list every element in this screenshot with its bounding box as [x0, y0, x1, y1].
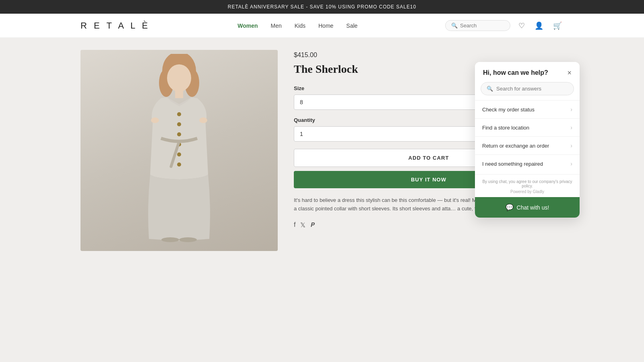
svg-point-3: [167, 64, 191, 92]
chat-search-icon: 🔍: [487, 86, 493, 92]
product-page: $415.00 The Sherlock Size Quantity ADD T…: [0, 38, 644, 339]
announcement-bar: RETALÈ ANNIVERSARY SALE - SAVE 10% USING…: [0, 0, 644, 14]
chat-menu-repair[interactable]: I need something repaired ›: [475, 154, 580, 173]
svg-rect-4: [175, 90, 183, 98]
search-icon: 🔍: [451, 23, 458, 29]
social-share: f 𝕏 𝙋: [294, 221, 564, 229]
chevron-right-icon: ›: [570, 142, 572, 149]
chat-widget: Hi, how can we help? × 🔍 Check my order …: [475, 62, 580, 218]
product-image: [80, 50, 278, 251]
svg-point-12: [199, 117, 207, 123]
main-nav: Women Men Kids Home Sale: [237, 23, 357, 29]
wishlist-button[interactable]: ♡: [517, 20, 526, 32]
chat-cta-label: Chat with us!: [517, 204, 549, 211]
chevron-right-icon: ›: [570, 106, 572, 113]
chat-menu-store-location[interactable]: Find a store location ›: [475, 118, 580, 136]
chat-bubble-icon: 💬: [506, 204, 514, 211]
twitter-icon[interactable]: 𝕏: [300, 221, 305, 229]
nav-kids[interactable]: Kids: [295, 23, 305, 29]
account-button[interactable]: 👤: [533, 20, 545, 32]
chat-close-button[interactable]: ×: [567, 69, 572, 76]
svg-point-6: [177, 122, 181, 126]
svg-point-14: [179, 237, 197, 242]
chat-footer: By using chat, you agree to our company'…: [475, 174, 580, 197]
cart-button[interactable]: 🛒: [551, 20, 564, 32]
facebook-icon[interactable]: f: [294, 221, 295, 229]
chat-menu-return-exchange[interactable]: Return or exchange an order ›: [475, 136, 580, 154]
site-header: R E T A L È Women Men Kids Home Sale 🔍 ♡…: [0, 14, 644, 38]
svg-point-10: [177, 162, 181, 167]
nav-women[interactable]: Women: [237, 23, 258, 29]
svg-point-7: [177, 132, 181, 136]
pinterest-icon[interactable]: 𝙋: [310, 221, 314, 229]
chat-search-box[interactable]: 🔍: [481, 82, 574, 95]
svg-point-5: [177, 112, 181, 116]
site-logo[interactable]: R E T A L È: [80, 21, 150, 31]
chat-privacy-text: By using chat, you agree to our company'…: [482, 179, 572, 188]
chat-with-us-button[interactable]: 💬 Chat with us!: [475, 197, 580, 218]
chat-header: Hi, how can we help? ×: [475, 62, 580, 82]
chat-search-input[interactable]: [496, 86, 568, 92]
header-search[interactable]: 🔍: [445, 20, 510, 31]
chat-menu-order-status[interactable]: Check my order status ›: [475, 100, 580, 118]
chat-title: Hi, how can we help?: [483, 69, 548, 76]
product-price: $415.00: [294, 51, 564, 59]
dress-illustration: [123, 54, 235, 247]
chevron-right-icon: ›: [570, 160, 572, 167]
nav-sale[interactable]: Sale: [346, 23, 357, 29]
svg-point-11: [151, 117, 159, 123]
announcement-text: RETALÈ ANNIVERSARY SALE - SAVE 10% USING…: [228, 4, 416, 10]
svg-point-9: [177, 152, 181, 156]
header-icons: 🔍 ♡ 👤 🛒: [445, 20, 564, 32]
product-image-container: [80, 50, 278, 251]
chat-powered-text: Powered by Gladly: [482, 189, 572, 194]
svg-point-13: [161, 237, 179, 242]
nav-men[interactable]: Men: [271, 23, 282, 29]
header-search-input[interactable]: [460, 23, 504, 29]
chevron-right-icon: ›: [570, 124, 572, 131]
nav-home[interactable]: Home: [318, 23, 333, 29]
